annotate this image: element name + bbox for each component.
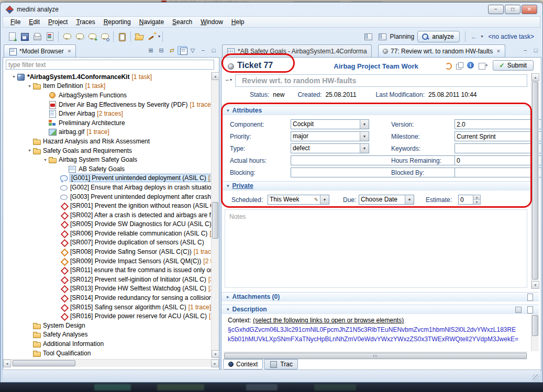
scroll-right-icon[interactable]: ► xyxy=(211,360,219,367)
tree-item[interactable]: [G002] Ensure that Airbag deploys in cra… xyxy=(4,183,212,192)
menu-traces[interactable]: Traces xyxy=(72,17,99,27)
toolbar-dropdown-icon[interactable]: ▾ xyxy=(158,34,160,39)
close-icon[interactable]: ✕ xyxy=(68,49,72,54)
tree-item[interactable]: airbag.gif[1 trace] xyxy=(4,128,212,137)
tree-item[interactable]: [SR016] Provide power reserve for ACU (A… xyxy=(4,311,212,321)
preview-icon[interactable] xyxy=(514,305,522,313)
maximize-editor-button[interactable]: □ xyxy=(531,46,540,55)
private-section-header[interactable]: ▾ Private xyxy=(221,181,539,191)
scroll-up-icon[interactable]: ▲ xyxy=(531,73,539,81)
comments-button[interactable] xyxy=(73,30,86,43)
menu-file[interactable]: File xyxy=(6,17,25,27)
element-link[interactable]: k5b01hMUVkLXpSNmFXaTNycHpBLnNhZmV0eWdvYW… xyxy=(228,335,522,343)
save-button[interactable] xyxy=(18,30,31,43)
type-select[interactable]: defect▾ xyxy=(291,143,369,153)
analyze-perspective-button[interactable]: analyze xyxy=(417,31,459,42)
collapse-all-button[interactable]: ⊟ xyxy=(157,46,166,55)
blocked-by-field[interactable] xyxy=(455,167,541,177)
tree-item[interactable]: AB Safety Goals xyxy=(4,164,212,174)
component-select[interactable]: Cockpit▾ xyxy=(291,119,369,129)
edit-pencil-icon[interactable]: ✎ xyxy=(313,195,320,204)
table-view-toggle[interactable] xyxy=(178,46,187,55)
maximize-view-button[interactable]: □ xyxy=(209,46,218,55)
tree-item[interactable]: Additional Information xyxy=(4,339,212,349)
description-field[interactable]: Context: (select the following links to … xyxy=(223,314,527,351)
editor-menu-icon[interactable] xyxy=(478,61,486,70)
scrollbar-thumb[interactable] xyxy=(532,315,538,336)
menu-help[interactable]: Help xyxy=(227,17,249,27)
expand-all-button[interactable]: ⊞ xyxy=(146,46,156,55)
menu-edit[interactable]: Edit xyxy=(25,17,44,27)
tree-horizontal-scrollbar[interactable]: ◄ ► xyxy=(3,359,219,367)
expand-arrow-icon[interactable]: ▾ xyxy=(27,148,32,153)
attach-file-icon[interactable] xyxy=(525,293,534,301)
tree-item[interactable]: [SR015] Safing sensor algorithm (ASIL C)… xyxy=(4,303,212,312)
os-taskbar[interactable] xyxy=(0,383,543,392)
scrollbar-thumb[interactable] xyxy=(212,202,218,239)
tab-trac[interactable]: Trac xyxy=(264,359,298,369)
clipboard-button[interactable] xyxy=(116,30,128,43)
tree-item[interactable]: [SR001] Prevent the ignition without rea… xyxy=(4,201,212,210)
tree-item-selected[interactable]: [G001] Prevent unintended deployment (AS… xyxy=(4,174,212,183)
link-with-editor-button[interactable]: ⇄ xyxy=(167,46,176,55)
back-arrow-icon[interactable]: ← xyxy=(471,32,478,41)
add-comment-button[interactable]: + xyxy=(86,30,98,43)
synchronize-icon[interactable] xyxy=(444,61,452,70)
tab-ticket-77[interactable]: 77: Review wrt. to random HW-faults ✕ xyxy=(378,44,505,57)
tree-item[interactable]: Preliminary Architecture xyxy=(4,118,212,128)
minimize-view-button[interactable]: − xyxy=(198,46,208,55)
scheduled-select[interactable]: This Week ✎ ▾ xyxy=(268,195,329,205)
menu-window[interactable]: Window xyxy=(196,17,227,27)
description-section-header[interactable]: ▾ Description xyxy=(221,305,539,314)
close-button[interactable]: ✕ xyxy=(522,5,537,14)
scrollbar-thumb[interactable] xyxy=(13,360,75,366)
dropdown-arrow-icon[interactable]: ▾ xyxy=(320,195,329,204)
attributes-section-header[interactable]: ▾ Attributes xyxy=(221,106,539,115)
scrollbar-thumb[interactable] xyxy=(532,82,538,279)
tab-context[interactable]: Context xyxy=(223,359,263,369)
tree-item[interactable]: Safety Analyses xyxy=(4,330,212,340)
tree-item[interactable]: Tool Qualification xyxy=(4,349,212,358)
dropdown-arrow-icon[interactable]: ▾ xyxy=(360,144,369,153)
scroll-left-icon[interactable]: ◄ xyxy=(3,360,11,367)
close-icon[interactable]: ✕ xyxy=(496,49,501,54)
dropdown-arrow-icon[interactable]: ▾ xyxy=(360,120,369,129)
tree-item[interactable]: [SR009] Provide Impact Sensors (ASIL QM(… xyxy=(4,256,212,266)
open-element-button[interactable] xyxy=(133,30,146,43)
tree-item[interactable]: Hazard Analysis and Risk Assessment xyxy=(4,137,212,146)
scroll-up-icon[interactable]: ▲ xyxy=(212,72,219,80)
editor-horizontal-scrollbar[interactable] xyxy=(224,352,527,360)
tab-ab-safety-goals[interactable]: *AB Safety Goals - AirbagSystem1.4Confor… xyxy=(222,44,372,57)
quick-fix-button[interactable] xyxy=(146,30,158,43)
tree-item[interactable]: [SR012] Prevent self-iginition of Initia… xyxy=(4,275,212,284)
element-link[interactable]: §cGxhdGZvcm06L3Jlc291cmNlL0FpcmJhZ1N5c3R… xyxy=(228,326,522,333)
tree-item[interactable]: [SR011] esnure that fire command is issu… xyxy=(4,265,212,275)
tree-item[interactable]: [SR014] Provide redundancy for sensing a… xyxy=(4,293,212,303)
scroll-down-icon[interactable]: ▼ xyxy=(531,281,539,289)
menu-navigate[interactable]: Navigate xyxy=(135,17,168,27)
tree-item[interactable]: ▾Airbag System Safety Goals xyxy=(4,155,212,164)
scroll-down-icon[interactable]: ▼ xyxy=(212,350,219,358)
dropdown-arrow-icon[interactable]: ▾ xyxy=(405,195,414,204)
copy-icon[interactable] xyxy=(455,61,463,70)
tree-item[interactable]: [G003] Prevent unintended deployment aft… xyxy=(4,192,212,201)
milestone-field[interactable] xyxy=(455,131,541,141)
version-field[interactable] xyxy=(455,119,541,129)
due-date-select[interactable]: Choose Date ▾ xyxy=(359,195,414,205)
form-vertical-scrollbar[interactable]: ▲ ▼ xyxy=(531,73,539,289)
tree-item[interactable]: [SR007] Provide duplication of sensors (… xyxy=(4,238,212,248)
notes-field[interactable]: Notes xyxy=(225,209,527,288)
tree-item[interactable]: [SR002] After a crash is detected and ai… xyxy=(4,210,212,220)
tree-item[interactable]: Driver Airbag[2 traces] xyxy=(4,109,212,118)
open-in-editor-icon[interactable] xyxy=(525,305,534,313)
collapse-icon[interactable]: − xyxy=(225,76,229,84)
keywords-field[interactable] xyxy=(455,143,541,153)
active-task-label[interactable]: <no active task> xyxy=(489,33,534,40)
view-menu-button[interactable]: ▽ xyxy=(188,46,197,55)
tree-item[interactable]: System Design xyxy=(4,321,212,330)
summary-dropdown-icon[interactable]: ▾ xyxy=(230,77,232,82)
info-icon[interactable] xyxy=(467,61,475,70)
tab-model-browser[interactable]: *Model Browser ✕ xyxy=(4,44,76,57)
back-history-dropdown-icon[interactable]: ▾ xyxy=(481,34,483,39)
description-scrollbar[interactable] xyxy=(531,314,539,351)
